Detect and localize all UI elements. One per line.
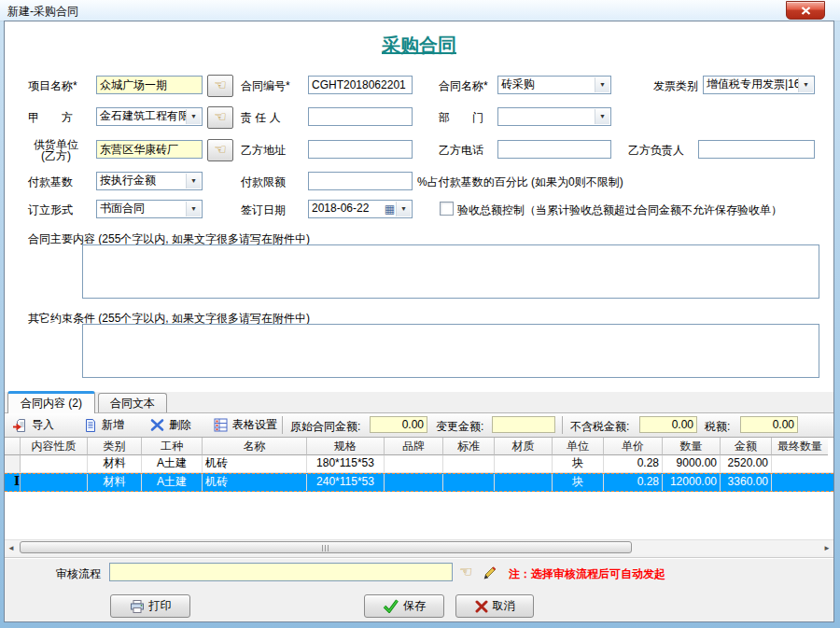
cell[interactable]: 块	[553, 455, 604, 472]
grid-toolbar: 导入 新增 删除 表格设置 原始合同金额:	[5, 412, 833, 438]
column-header[interactable]: 标准	[443, 438, 495, 455]
cell[interactable]	[443, 455, 495, 472]
workflow-input[interactable]	[109, 563, 453, 581]
cell[interactable]	[772, 474, 828, 491]
signature-pen-icon[interactable]	[482, 563, 498, 579]
supplier-label-line2: (乙方)	[26, 150, 86, 161]
contract-no-input[interactable]	[308, 76, 413, 94]
workflow-label: 审核流程	[56, 566, 101, 582]
scrollbar-thumb[interactable]	[20, 541, 632, 553]
scroll-left-icon[interactable]: ◄	[7, 544, 15, 552]
table-row[interactable]: 材料A土建机砖240*115*53块0.2812000.003360.00	[5, 473, 833, 492]
sign-date-picker[interactable]: 2018-06-22 ▦ ▼	[308, 200, 413, 218]
department-select[interactable]: ▼	[497, 107, 611, 126]
table-row[interactable]: 材料A土建机砖180*115*53块0.289000.002520.00	[5, 455, 833, 473]
cell[interactable]: 机砖	[203, 474, 307, 491]
hand-pointer-icon[interactable]: ☜	[459, 563, 472, 580]
column-header[interactable]: 规格	[307, 438, 385, 455]
cell[interactable]	[385, 474, 443, 491]
change-amount-field[interactable]	[492, 416, 555, 433]
party-a-select[interactable]: 金石建筑工程有限公 ▼	[96, 107, 203, 126]
cell[interactable]: 块	[553, 474, 604, 491]
hand-pointer-icon: ☜	[214, 77, 226, 92]
cell[interactable]	[21, 455, 88, 472]
project-lookup-button[interactable]: ☜	[207, 75, 233, 97]
acceptance-control-checkbox[interactable]	[440, 202, 454, 216]
column-header[interactable]: 内容性质	[21, 438, 88, 455]
chevron-down-icon: ▼	[396, 202, 411, 216]
column-header[interactable]: 类别	[88, 438, 142, 455]
untaxed-amount-field[interactable]: 0.00	[639, 416, 697, 433]
party-b-phone-input[interactable]	[497, 140, 611, 159]
column-header[interactable]: 最终数量	[772, 438, 828, 455]
cell[interactable]: 材料	[88, 455, 142, 472]
title-bar[interactable]: 新建-采购合同	[0, 0, 840, 21]
original-amount-field[interactable]: 0.00	[370, 416, 427, 433]
print-button[interactable]: 打印	[110, 594, 190, 618]
cell[interactable]	[495, 455, 553, 472]
cell[interactable]: 12000.00	[663, 474, 721, 491]
contract-items-grid: 内容性质类别工种名称规格品牌标准材质单位单价数量金额最终数量 材料A土建机砖18…	[5, 438, 833, 539]
cell[interactable]: 240*115*53	[307, 474, 385, 491]
import-button[interactable]: 导入	[9, 415, 58, 435]
cell[interactable]: 2520.00	[721, 455, 772, 472]
scrollbar-grip	[322, 545, 330, 551]
tab-contract-content[interactable]: 合同内容 (2)	[7, 391, 95, 413]
close-button[interactable]	[786, 1, 825, 20]
grid-settings-button[interactable]: 表格设置	[210, 415, 281, 435]
save-button[interactable]: 保存	[364, 594, 444, 618]
cell[interactable]	[495, 474, 553, 491]
chevron-down-icon: ▼	[595, 77, 609, 92]
cancel-button[interactable]: 取消	[455, 594, 534, 618]
scroll-right-icon[interactable]: ►	[823, 544, 831, 552]
column-header[interactable]: 金额	[721, 438, 772, 455]
column-header[interactable]: 单价	[604, 438, 663, 455]
invoice-type-select[interactable]: 增值税专用发票|16 ▼	[703, 76, 815, 94]
responsible-label: 责 任 人	[241, 110, 281, 126]
check-icon	[383, 599, 399, 613]
cell[interactable]	[443, 474, 495, 491]
cell[interactable]: 材料	[88, 474, 142, 491]
cell[interactable]: 180*115*53	[307, 455, 385, 472]
cell[interactable]	[21, 474, 88, 491]
cell[interactable]: 0.28	[604, 474, 663, 491]
text-cursor: I	[14, 474, 20, 488]
form-type-select[interactable]: 书面合同 ▼	[96, 200, 203, 218]
column-header[interactable]: 数量	[663, 438, 721, 455]
new-document-icon	[83, 418, 98, 433]
horizontal-scrollbar[interactable]: ◄ ►	[5, 539, 833, 555]
cell[interactable]: 9000.00	[663, 455, 721, 472]
cell[interactable]: A土建	[142, 455, 203, 472]
payment-limit-input[interactable]	[308, 172, 413, 190]
supplier-input[interactable]	[96, 140, 203, 159]
tax-field[interactable]: 0.00	[740, 416, 798, 433]
project-input[interactable]	[96, 76, 203, 94]
column-header[interactable]: 工种	[142, 438, 203, 455]
payment-limit-label: 付款限额	[241, 174, 286, 190]
cell[interactable]	[772, 455, 828, 472]
delete-row-button[interactable]: 删除	[147, 415, 195, 435]
column-header[interactable]: 品牌	[385, 438, 443, 455]
cell[interactable]: 0.28	[604, 455, 663, 472]
contract-name-select[interactable]: 砖采购 ▼	[497, 76, 611, 94]
cell[interactable]	[385, 455, 443, 472]
main-content-textarea[interactable]	[82, 244, 819, 299]
other-terms-textarea[interactable]	[82, 324, 819, 378]
column-header[interactable]: 材质	[495, 438, 553, 455]
add-row-button[interactable]: 新增	[79, 415, 128, 435]
column-header[interactable]: 单位	[553, 438, 604, 455]
column-header[interactable]: 名称	[203, 438, 307, 455]
cell[interactable]: 机砖	[203, 455, 307, 472]
cell[interactable]: 3360.00	[721, 474, 772, 491]
payment-base-select[interactable]: 按执行金额 ▼	[96, 172, 203, 190]
supplier-lookup-button[interactable]: ☜	[207, 139, 233, 161]
party-b-address-input[interactable]	[308, 140, 413, 159]
project-label: 项目名称*	[28, 78, 77, 94]
tab-contract-text[interactable]: 合同文本	[98, 393, 167, 413]
responsible-input[interactable]	[308, 107, 413, 126]
cell[interactable]: A土建	[142, 474, 203, 491]
party-b-manager-input[interactable]	[698, 140, 815, 159]
calendar-icon: ▦	[385, 202, 395, 216]
sign-date-value: 2018-06-22	[312, 202, 369, 215]
party-a-lookup-button[interactable]: ☜	[207, 106, 233, 129]
